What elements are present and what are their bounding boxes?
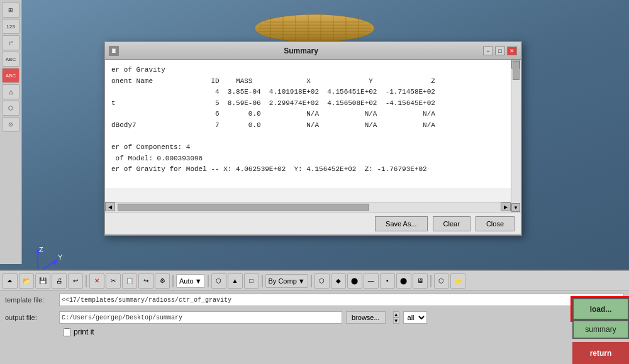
content-line-9: er of Gravity for Model -- X: 4.062539E+… (111, 164, 508, 175)
print-it-row: print it (0, 326, 629, 338)
clear-button[interactable]: Clear (433, 216, 470, 231)
right-panel: load... summary (572, 298, 629, 339)
scroll-h-thumb[interactable] (118, 204, 369, 211)
template-file-row: template file: (0, 291, 629, 309)
bottom-toolbar: ⏶ 📂 💾 🖨 ↩ ✕ ✂ 📋 ↪ ⚙ Auto ▼ ⬡ ▲ □ By Comp… (0, 270, 629, 364)
spin-down[interactable]: ▼ (393, 317, 399, 324)
return-button[interactable]: return (572, 342, 629, 364)
print-it-checkbox[interactable] (63, 328, 71, 336)
spin-up[interactable]: ▲ (393, 311, 399, 317)
output-input[interactable] (59, 311, 342, 324)
separator-5 (311, 275, 312, 287)
content-line-6: dBody7 7 0.0 N/A N/A N/A (111, 120, 508, 131)
toolbar-icon-grid[interactable]: ⊞ (2, 3, 19, 18)
content-line-1: er of Gravity (111, 65, 508, 76)
toolbar-print-icon[interactable]: 🖨 (52, 273, 67, 289)
separator-1 (86, 275, 87, 287)
toolbar-line-icon[interactable]: — (364, 273, 379, 289)
load-button[interactable]: load... (572, 298, 629, 320)
content-line-8: of Model: 0.000393096 (111, 153, 508, 165)
content-line-4: t 5 8.59E-06 2.299474E+02 4.156508E+02 -… (111, 98, 508, 109)
toolbar-open-icon[interactable]: 📂 (19, 273, 34, 289)
summary-button[interactable]: summary (572, 320, 629, 339)
scroll-down-button[interactable]: ▼ (511, 203, 520, 212)
toolbar-icon-circle[interactable]: ⊙ (2, 117, 19, 132)
content-line-blank (111, 131, 508, 143)
content-line-5: 6 0.0 N/A N/A N/A (111, 109, 508, 120)
close-button[interactable]: ✕ (507, 47, 517, 55)
separator-6 (430, 275, 431, 287)
left-toolbar: ⊞ 123 ↕° ABC ABC △ ⬡ ⊙ (0, 0, 22, 264)
mesh-shape (252, 6, 377, 44)
toolbar-icon-angle[interactable]: ↕° (2, 35, 19, 50)
dialog-icon: 📋 (109, 46, 119, 56)
toolbar-new-icon[interactable]: ⏶ (3, 273, 18, 289)
toolbar-shape2-icon[interactable]: ▲ (228, 273, 243, 289)
toolbar-cube-icon[interactable]: ⬡ (314, 273, 330, 289)
dialog-titlebar[interactable]: 📋 Summary − □ ✕ (105, 42, 521, 60)
toolbar-box-icon[interactable]: ⬡ (434, 273, 449, 289)
toolbar-shape3-icon[interactable]: □ (244, 273, 259, 289)
separator-3 (208, 275, 209, 287)
toolbar-mesh-icon[interactable]: ⬤ (396, 273, 411, 289)
spin-control[interactable]: ▲ ▼ (393, 311, 399, 324)
vertical-scrollbar[interactable]: ▲ ▼ (511, 60, 521, 212)
toolbar-icon-abc2[interactable]: ABC (2, 68, 19, 83)
horizontal-scrollbar[interactable]: ◀ ▶ (105, 202, 511, 212)
summary-dialog: 📋 Summary − □ ✕ er of Gravity onent Name… (104, 41, 522, 236)
scroll-thumb[interactable] (513, 61, 520, 80)
toolbar-cut-icon[interactable]: ✂ (106, 273, 121, 289)
toolbar-settings-icon[interactable]: ⚙ (155, 273, 170, 289)
toolbar-icon-123[interactable]: 123 (2, 19, 19, 34)
svg-text:Z: Z (39, 246, 43, 253)
output-file-row: output file: browse... ▲ ▼ all (0, 309, 629, 326)
auto-dropdown[interactable]: Auto ▼ (176, 274, 205, 288)
toolbar-save-icon[interactable]: 💾 (35, 273, 50, 289)
dialog-title: Summary (119, 47, 483, 55)
svg-text:Y: Y (58, 253, 63, 261)
all-select[interactable]: all (403, 311, 427, 324)
toolbar-redo-icon[interactable]: ↪ (138, 273, 153, 289)
toolbar-icon-triangle[interactable]: △ (2, 84, 19, 99)
browse-button[interactable]: browse... (346, 311, 386, 324)
toolbar-solid-icon[interactable]: ◆ (331, 273, 346, 289)
toolbar-shape1-icon[interactable]: ⬡ (211, 273, 226, 289)
dialog-footer: Save As... Clear Close (105, 212, 521, 234)
template-label: template file: (5, 296, 55, 304)
toolbar-star-icon[interactable]: ⭐ (450, 273, 465, 289)
content-line-2: onent Name ID MASS X Y Z (111, 76, 508, 87)
toolbar-icon-abc1[interactable]: ABC (2, 52, 19, 67)
dialog-content: er of Gravity onent Name ID MASS X Y Z 4… (105, 60, 521, 188)
separator-4 (262, 275, 263, 287)
dialog-close-button[interactable]: Close (476, 216, 515, 231)
content-line-7: er of Components: 4 (111, 142, 508, 153)
toolbar-icon-hex[interactable]: ⬡ (2, 101, 19, 116)
icon-toolbar: ⏶ 📂 💾 🖨 ↩ ✕ ✂ 📋 ↪ ⚙ Auto ▼ ⬡ ▲ □ By Comp… (0, 271, 629, 291)
bycomp-dropdown[interactable]: By Comp ▼ (265, 274, 308, 288)
output-label: output file: (5, 314, 55, 321)
content-line-3: 4 3.85E-04 4.101918E+02 4.156451E+02 -1.… (111, 87, 508, 98)
toolbar-display-icon[interactable]: 🖥 (413, 273, 428, 289)
template-input[interactable] (59, 294, 624, 306)
dialog-content-wrapper: er of Gravity onent Name ID MASS X Y Z 4… (105, 60, 521, 212)
maximize-button[interactable]: □ (495, 47, 505, 55)
save-as-button[interactable]: Save As... (375, 216, 428, 231)
toolbar-back-icon[interactable]: ↩ (68, 273, 83, 289)
dialog-controls: − □ ✕ (483, 47, 517, 55)
scroll-left-button[interactable]: ◀ (105, 202, 115, 211)
toolbar-wire-icon[interactable]: ⬤ (347, 273, 362, 289)
minimize-button[interactable]: − (483, 47, 493, 55)
toolbar-delete-icon[interactable]: ✕ (89, 273, 104, 289)
scroll-right-button[interactable]: ▶ (501, 202, 511, 211)
separator-2 (172, 275, 174, 287)
toolbar-dot-icon[interactable]: • (380, 273, 395, 289)
toolbar-paste-icon[interactable]: 📋 (122, 273, 137, 289)
print-it-label: print it (74, 328, 94, 336)
